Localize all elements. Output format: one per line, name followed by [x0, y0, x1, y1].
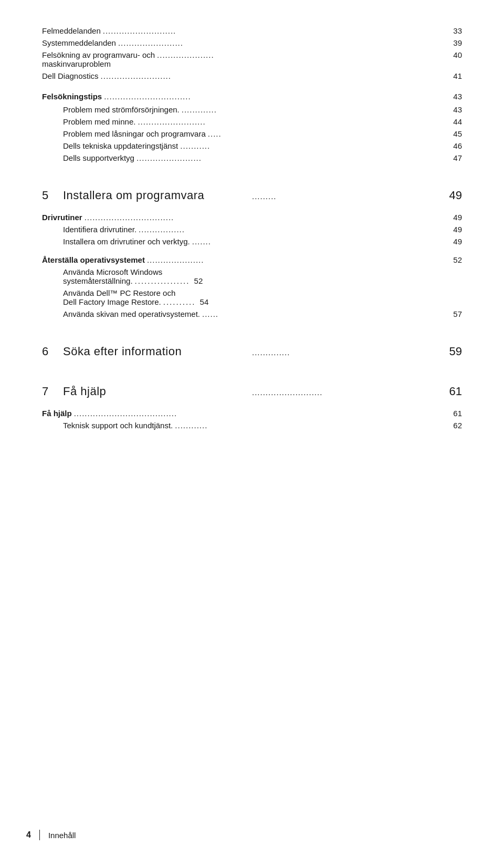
- page-number: 39: [449, 38, 462, 47]
- page-number: 59: [441, 345, 462, 358]
- dot-leader: ...........: [180, 141, 447, 150]
- entry-label: Dell Diagnostics: [42, 71, 99, 80]
- entry-label: Identifiera drivrutiner.: [63, 225, 136, 234]
- list-item: Felsökning av programvaru- ochmaskinvaru…: [42, 50, 462, 68]
- page-number: 41: [449, 71, 462, 80]
- page-number: 43: [449, 105, 462, 114]
- dot-leader: .....................: [157, 50, 447, 59]
- dot-leader: ............: [175, 421, 447, 430]
- entry-label: Felmeddelanden: [42, 26, 101, 35]
- section-number: 6: [42, 345, 63, 358]
- list-item: Dells supportverktyg ...................…: [42, 153, 462, 162]
- list-item: Teknisk support och kundtjänst. ........…: [42, 421, 462, 430]
- list-item: Felmeddelanden .........................…: [42, 26, 462, 35]
- dot-leader: .................: [139, 225, 447, 234]
- dot-leader: .....: [208, 129, 447, 138]
- entry-label: Använda skivan med operativsystemet.: [63, 310, 200, 318]
- entry-label: Felsökningstips: [42, 92, 102, 101]
- section5-aterstalla: Återställa operativsystemet ............…: [42, 255, 462, 318]
- entry-label: Problem med låsningar och programvara: [63, 129, 206, 138]
- page-number: 47: [449, 153, 462, 162]
- section7-header: 7 Få hjälp .......................... 61: [42, 385, 462, 398]
- list-item: Använda Microsoft Windowssystemåterställ…: [42, 267, 462, 285]
- section-title: Installera om programvara: [63, 189, 250, 202]
- dot-leader: ........................: [118, 38, 447, 47]
- footer-page-number: 4: [26, 830, 31, 840]
- dot-leader: .................................: [85, 213, 447, 222]
- page-number: 49: [449, 213, 462, 222]
- dot-leader: ..........................: [101, 71, 447, 80]
- list-item: Dell Diagnostics .......................…: [42, 71, 462, 80]
- felsok-entries: Problem med strömförsörjningen. ........…: [42, 105, 462, 162]
- section-title: Söka efter information: [63, 345, 250, 358]
- footer-separator: [39, 830, 40, 840]
- entry-label: Teknisk support och kundtjänst.: [63, 421, 173, 430]
- entry-label: Få hjälp: [42, 409, 72, 418]
- entry-label: Dells tekniska uppdateringstjänst: [63, 141, 178, 150]
- dot-leader: ......: [202, 310, 447, 318]
- list-item: Använda skivan med operativsystemet. ...…: [42, 310, 462, 318]
- list-item: Systemmeddelanden ......................…: [42, 38, 462, 47]
- page-number: 40: [449, 50, 462, 59]
- page-number: 44: [449, 117, 462, 126]
- entry-label: Systemmeddelanden: [42, 38, 116, 47]
- page-number: 49: [441, 189, 462, 202]
- list-item: Använda Dell™ PC Restore ochDell Factory…: [42, 288, 462, 306]
- page-number: 62: [449, 421, 462, 430]
- page-number: 45: [449, 129, 462, 138]
- dot-leader: .........: [252, 192, 439, 201]
- page-number: 61: [449, 409, 462, 418]
- list-item: Få hjälp ...............................…: [42, 409, 462, 418]
- entry-label: Använda Dell™ PC Restore ochDell Factory…: [63, 288, 441, 306]
- page-number: 52: [449, 255, 462, 264]
- dot-leader: ......................................: [74, 409, 447, 418]
- list-item: Problem med minne. .....................…: [42, 117, 462, 126]
- list-item: Felsökningstips ........................…: [42, 92, 462, 101]
- section-number: 7: [42, 385, 63, 398]
- dot-leader: ...........................: [103, 26, 447, 35]
- dot-leader: ..........................: [252, 388, 439, 397]
- page-number: 57: [449, 310, 462, 318]
- page-number: 49: [449, 237, 462, 246]
- section-number: 5: [42, 189, 63, 202]
- list-item: Identifiera drivrutiner. ...............…: [42, 225, 462, 234]
- entry-label: Drivrutiner: [42, 213, 82, 222]
- list-item: Dells tekniska uppdateringstjänst ......…: [42, 141, 462, 150]
- dot-leader: ........................: [136, 153, 447, 162]
- list-item: Installera om drivrutiner och verktyg. .…: [42, 237, 462, 246]
- entry-label: Återställa operativsystemet: [42, 255, 145, 264]
- page-number: 43: [449, 92, 462, 101]
- page-number: 33: [449, 26, 462, 35]
- list-item: Problem med strömförsörjningen. ........…: [42, 105, 462, 114]
- dot-leader: .......: [192, 237, 447, 246]
- section7-fa-hjalp: Få hjälp ...............................…: [42, 409, 462, 430]
- entry-label: Problem med minne.: [63, 117, 135, 126]
- page-number: 61: [441, 385, 462, 398]
- page-container: Felmeddelanden .........................…: [0, 0, 504, 856]
- dot-leader: ..............: [252, 348, 439, 357]
- top-entries-group: Felmeddelanden .........................…: [42, 26, 462, 80]
- section5-header: 5 Installera om programvara ......... 49: [42, 189, 462, 202]
- list-item: Problem med låsningar och programvara ..…: [42, 129, 462, 138]
- dot-leader: .............: [182, 105, 447, 114]
- list-item: Återställa operativsystemet ............…: [42, 255, 462, 264]
- section-title: Få hjälp: [63, 385, 250, 398]
- dot-leader: ................................: [104, 92, 447, 101]
- page-footer: 4 Innehåll: [0, 830, 504, 840]
- footer-text: Innehåll: [48, 831, 76, 840]
- section6-header: 6 Söka efter information .............. …: [42, 345, 462, 358]
- entry-label: Felsökning av programvaru- ochmaskinvaru…: [42, 50, 155, 68]
- dot-leader: .........................: [138, 117, 447, 126]
- dot-leader: .....................: [147, 255, 447, 264]
- page-number: 46: [449, 141, 462, 150]
- entry-label: Installera om drivrutiner och verktyg.: [63, 237, 190, 246]
- list-item: Drivrutiner ............................…: [42, 213, 462, 222]
- section5-drivrutiner: Drivrutiner ............................…: [42, 213, 462, 246]
- entry-label: Använda Microsoft Windowssystemåterställ…: [63, 267, 441, 285]
- entry-label: Problem med strömförsörjningen.: [63, 105, 180, 114]
- subsection-header-felsok: Felsökningstips ........................…: [42, 92, 462, 101]
- entry-label: Dells supportverktyg: [63, 153, 134, 162]
- page-number: 49: [449, 225, 462, 234]
